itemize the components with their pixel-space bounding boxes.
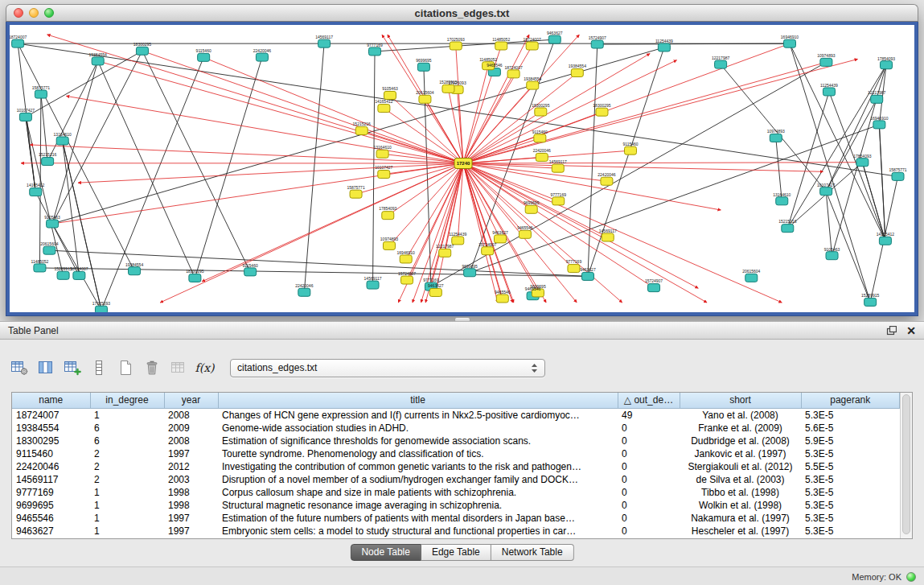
svg-text:9463627: 9463627: [492, 230, 508, 235]
column-header-5[interactable]: short: [680, 393, 801, 408]
table-cell: Estimation of significance thresholds fo…: [218, 435, 618, 447]
table-cell: Tourette syndrome. Phenomenology and cla…: [218, 447, 618, 460]
table-scrollbar[interactable]: [900, 393, 912, 538]
table-row[interactable]: 946554611997Estimation of the future num…: [12, 512, 900, 525]
table-row[interactable]: 946362711997Embryonic stem cells: a mode…: [12, 525, 900, 538]
column-header-6[interactable]: pagerank: [801, 393, 900, 408]
table-cell: 0: [618, 422, 680, 435]
table-row[interactable]: 977716911998Corpus callosum shape and si…: [12, 486, 900, 499]
svg-text:19384554: 19384554: [89, 52, 107, 57]
table-cell: 0: [618, 512, 680, 525]
table-cell: 1997: [164, 447, 218, 460]
column-header-3[interactable]: title: [218, 393, 618, 408]
table-cell: 9699695: [12, 499, 90, 512]
svg-text:20615604: 20615604: [416, 90, 433, 95]
svg-text:17854093: 17854093: [379, 206, 396, 211]
table-cell: Corpus callosum shape and size in male p…: [218, 486, 618, 499]
table-cell: Genome-wide association studies in ADHD.: [218, 422, 618, 435]
svg-text:14569117: 14569117: [599, 229, 617, 233]
svg-text:10974893: 10974893: [380, 237, 398, 241]
column-header-2[interactable]: year: [164, 393, 218, 408]
delete-column-button[interactable]: [141, 357, 162, 378]
svg-text:10974893: 10974893: [817, 53, 835, 58]
rows-icon: [90, 360, 108, 376]
tab-node-table[interactable]: Node Table: [350, 544, 421, 561]
table-cell: 9465546: [12, 512, 90, 525]
svg-text:16946910: 16946910: [397, 250, 415, 255]
svg-text:22420046: 22420046: [598, 172, 615, 177]
svg-text:15724907: 15724907: [645, 278, 663, 283]
tab-edge-table[interactable]: Edge Table: [421, 544, 491, 561]
table-cell: Jankovic et al. (1997): [680, 447, 801, 460]
table-cell: Hescheler et al. (1997): [680, 525, 801, 538]
table-cell: 14569117: [12, 473, 90, 486]
table-cell: 5.3E-5: [801, 525, 900, 538]
zoom-button[interactable]: [44, 8, 54, 18]
table-cell: 9777169: [12, 486, 90, 499]
table-row[interactable]: 2242004622012Investigating the contribut…: [12, 460, 900, 473]
svg-text:14569117: 14569117: [364, 276, 382, 281]
table-cell: 5.3E-5: [801, 447, 900, 460]
svg-text:9777169: 9777169: [367, 43, 383, 47]
column-header-1[interactable]: in_degree: [90, 393, 164, 408]
svg-text:9115460: 9115460: [532, 130, 548, 134]
svg-text:9115460: 9115460: [622, 142, 638, 146]
new-column-button[interactable]: [61, 357, 83, 378]
new-table-button[interactable]: [114, 357, 136, 378]
table-cell: 5.5E-5: [801, 460, 900, 473]
svg-text:9699695: 9699695: [416, 58, 432, 63]
show-columns-button[interactable]: [35, 357, 56, 378]
svg-text:19384554: 19384554: [125, 262, 143, 267]
table-mode-button[interactable]: [8, 357, 30, 378]
table-cell: 5.3E-5: [801, 486, 900, 499]
trash-icon: [143, 360, 161, 376]
network-window: citations_edges.txt 18724007193845541830…: [6, 4, 918, 316]
table-row[interactable]: 911546021997Tourette syndrome. Phenomeno…: [12, 447, 900, 460]
svg-text:17025093: 17025093: [447, 37, 465, 42]
svg-text:12217987: 12217987: [868, 90, 885, 95]
row-list-button[interactable]: [88, 357, 109, 378]
svg-text:15875771: 15875771: [32, 85, 50, 90]
table-cell: 1: [90, 499, 164, 512]
svg-text:18300295: 18300295: [593, 103, 610, 108]
svg-text:18724007: 18724007: [10, 35, 27, 39]
table-cell: 2012: [164, 460, 218, 473]
table-row[interactable]: 1872400712008Changes of HCN gene express…: [12, 408, 900, 422]
float-panel-button[interactable]: [886, 326, 897, 336]
svg-text:20615604: 20615604: [742, 269, 760, 274]
function-builder-button[interactable]: f(x): [194, 357, 216, 378]
table-panel: Table Panel ✕: [0, 321, 924, 567]
svg-text:13164610: 13164610: [773, 192, 791, 197]
svg-text:9699695: 9699695: [462, 264, 478, 269]
tab-network-table[interactable]: Network Table: [491, 544, 574, 561]
column-header-4[interactable]: △ out_de…: [618, 393, 680, 408]
table-cell: 19384554: [12, 422, 90, 435]
memory-status-label: Memory: OK: [852, 572, 901, 582]
column-header-0[interactable]: name: [12, 393, 90, 408]
table-cell: 0: [618, 473, 680, 486]
network-graph[interactable]: 1872400719384554183002959115460224200461…: [10, 25, 914, 312]
table-cell: 1: [90, 525, 164, 538]
close-button[interactable]: [14, 8, 23, 18]
table-cell: 1: [90, 486, 164, 499]
table-cell: 2: [90, 460, 164, 473]
svg-text:15215216: 15215216: [353, 122, 371, 126]
window-titlebar[interactable]: citations_edges.txt: [6, 4, 918, 22]
svg-text:9105463: 9105463: [382, 86, 398, 91]
svg-text:9777169: 9777169: [423, 278, 439, 282]
minimize-button[interactable]: [29, 8, 39, 18]
table-cell: Tibbo et al. (1998): [680, 486, 801, 499]
table-row[interactable]: 1456911722003Disruption of a novel membe…: [12, 473, 900, 486]
delete-table-button[interactable]: [167, 357, 189, 378]
table-cell: Wolkin et al. (1998): [680, 499, 801, 512]
svg-text:14165412: 14165412: [375, 99, 392, 104]
scrollbar-thumb[interactable]: [902, 394, 910, 534]
table-selector[interactable]: citations_edges.txt: [230, 359, 545, 377]
table-selector-value: citations_edges.txt: [237, 362, 526, 373]
svg-text:15289915: 15289915: [861, 293, 879, 298]
svg-text:9105463: 9105463: [824, 247, 840, 252]
close-panel-button[interactable]: ✕: [906, 326, 916, 336]
table-row[interactable]: 1938455462009Genome-wide association stu…: [12, 422, 900, 435]
table-row[interactable]: 1830029562008Estimation of significance …: [12, 435, 900, 447]
table-row[interactable]: 969969511998Structural magnetic resonanc…: [12, 499, 900, 512]
